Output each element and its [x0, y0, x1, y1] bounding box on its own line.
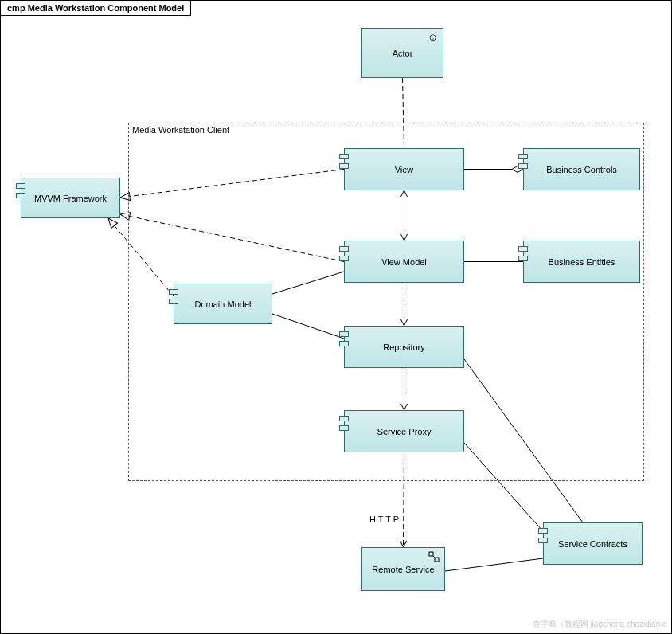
- component-icon: [16, 183, 25, 202]
- component-icon: [169, 289, 178, 308]
- actor-icon: ☺: [428, 32, 438, 42]
- node-label: Business Entities: [549, 257, 615, 267]
- node-label: Remote Service: [372, 565, 434, 574]
- watermark: 查字典（教程网 jiaocheng.chazidian.c: [533, 619, 666, 630]
- node-business-entities: Business Entities: [523, 241, 640, 283]
- component-icon: [339, 246, 349, 265]
- svg-line-2: [433, 556, 435, 558]
- node-mvvm-framework: MVVM Framework: [21, 178, 120, 218]
- component-icon: [518, 154, 528, 173]
- node-service-contracts: Service Contracts: [543, 522, 643, 565]
- connector-label-http: H T T P: [369, 515, 399, 524]
- component-icon: [538, 528, 548, 547]
- node-repository: Repository: [344, 326, 464, 368]
- node-view-model: View Model: [344, 241, 464, 283]
- node-label: Service Proxy: [377, 427, 432, 436]
- node-view: View: [344, 148, 464, 190]
- package-label: Media Workstation Client: [132, 125, 229, 135]
- port-icon: [428, 551, 440, 562]
- node-actor: ☺ Actor: [361, 28, 443, 78]
- component-icon: [339, 154, 349, 173]
- node-label: View: [395, 165, 414, 174]
- component-icon: [339, 331, 349, 350]
- diagram-frame: cmp Media Workstation Component Model Me…: [0, 0, 672, 634]
- node-domain-model: Domain Model: [174, 284, 272, 324]
- node-label: View Model: [381, 257, 427, 267]
- node-label: MVVM Framework: [34, 194, 107, 203]
- node-remote-service: Remote Service: [361, 547, 445, 591]
- node-label: Business Controls: [546, 165, 617, 174]
- svg-rect-1: [435, 558, 439, 562]
- node-label: Service Contracts: [558, 539, 627, 549]
- node-label: Actor: [393, 49, 413, 58]
- component-icon: [518, 246, 528, 265]
- svg-rect-0: [429, 552, 433, 556]
- node-business-controls: Business Controls: [523, 148, 640, 190]
- diagram-title: cmp Media Workstation Component Model: [1, 1, 191, 16]
- component-icon: [339, 416, 349, 435]
- node-label: Domain Model: [195, 299, 252, 309]
- node-service-proxy: Service Proxy: [344, 410, 464, 452]
- node-label: Repository: [383, 342, 425, 352]
- connector-remote-sc: [445, 558, 543, 571]
